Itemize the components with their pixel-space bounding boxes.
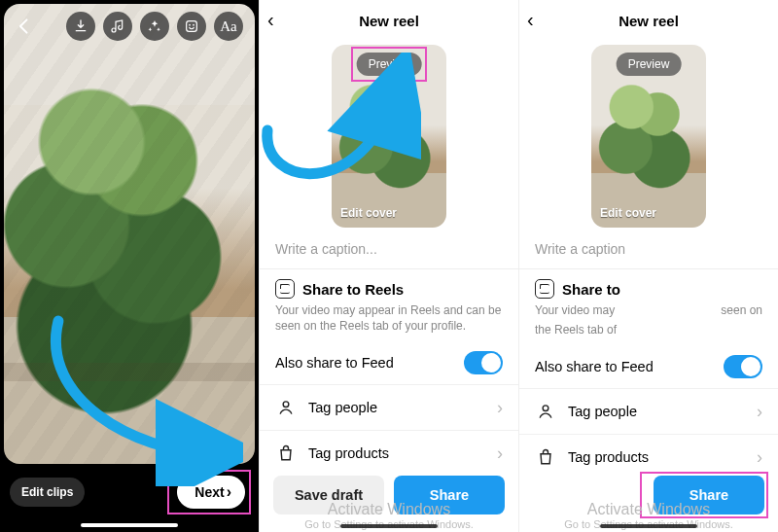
editor-top-toolbar: Aa: [10, 12, 249, 41]
shopping-bag-icon: [275, 443, 297, 464]
also-share-toggle[interactable]: [464, 351, 503, 374]
shopping-bag-icon: [535, 446, 556, 468]
share-section: Share to Your video may seen on the Reel…: [519, 269, 778, 343]
tag-people-row[interactable]: Tag people ›: [519, 388, 778, 434]
new-reel-screen-a: ‹ New reel Preview Edit cover Write a ca…: [259, 0, 518, 532]
screen-header: ‹ New reel: [260, 0, 518, 41]
chevron-right-icon: ›: [227, 483, 231, 501]
also-share-toggle[interactable]: [724, 355, 762, 378]
share-section-desc: Your video may appear in Reels and can b…: [275, 302, 503, 334]
back-icon[interactable]: [10, 12, 39, 41]
tag-products-row[interactable]: Tag products ›: [260, 430, 518, 476]
svg-point-4: [543, 406, 548, 411]
next-button[interactable]: Next ›: [177, 476, 245, 509]
preview-button[interactable]: Preview: [617, 53, 682, 76]
share-section: Share to Reels Your video may appear in …: [260, 269, 518, 339]
home-indicator: [600, 524, 697, 528]
app-stage: Aa Edit clips Next › ‹ New reel Preview …: [0, 0, 778, 532]
back-icon[interactable]: ‹: [267, 9, 274, 31]
svg-rect-0: [187, 21, 197, 32]
also-share-label: Also share to Feed: [535, 359, 654, 374]
also-share-row: Also share to Feed: [519, 343, 778, 388]
reels-icon: [275, 279, 295, 299]
share-section-desc-line2: the Reels tab of: [535, 322, 762, 337]
preview-button[interactable]: Preview: [357, 53, 422, 76]
svg-point-3: [283, 402, 289, 408]
edit-clips-button[interactable]: Edit clips: [10, 478, 85, 507]
share-section-desc: Your video may seen on: [535, 302, 762, 318]
share-section-title: Share to Reels: [302, 281, 404, 298]
home-indicator: [340, 524, 438, 528]
reel-cover-preview[interactable]: Preview Edit cover: [332, 45, 446, 228]
also-share-label: Also share to Feed: [275, 355, 394, 371]
sticker-icon[interactable]: [177, 12, 206, 41]
caption-input[interactable]: Write a caption...: [260, 231, 518, 269]
share-section-title: Share to: [562, 281, 620, 298]
back-icon[interactable]: ‹: [527, 9, 534, 31]
edit-cover-button[interactable]: Edit cover: [340, 206, 397, 220]
tag-people-label: Tag people: [568, 404, 757, 419]
next-button-label: Next: [194, 484, 224, 500]
reel-editor-screen: Aa Edit clips Next ›: [0, 0, 259, 532]
home-indicator: [81, 523, 178, 527]
chevron-right-icon: ›: [497, 398, 503, 418]
effects-icon[interactable]: [140, 12, 169, 41]
edit-cover-button[interactable]: Edit cover: [600, 206, 656, 220]
person-icon: [535, 401, 556, 422]
tag-people-row[interactable]: Tag people ›: [260, 384, 518, 430]
chevron-right-icon: ›: [757, 447, 762, 468]
caption-input[interactable]: Write a caption: [519, 231, 778, 269]
reel-cover-preview[interactable]: Preview Edit cover: [591, 45, 706, 228]
download-icon[interactable]: [66, 12, 95, 41]
chevron-right-icon: ›: [757, 402, 762, 422]
tag-people-label: Tag people: [308, 400, 497, 415]
music-icon[interactable]: [103, 12, 132, 41]
also-share-row: Also share to Feed: [260, 339, 518, 384]
page-title: New reel: [359, 13, 419, 29]
reel-preview-canvas[interactable]: [4, 4, 255, 464]
svg-point-1: [189, 24, 191, 26]
tag-products-label: Tag products: [308, 445, 497, 461]
text-icon[interactable]: Aa: [214, 12, 243, 41]
svg-point-2: [193, 24, 194, 26]
new-reel-screen-b: ‹ New reel Preview Edit cover Write a ca…: [518, 0, 778, 532]
chevron-right-icon: ›: [497, 443, 503, 464]
tag-products-label: Tag products: [568, 449, 757, 465]
person-icon: [275, 397, 297, 418]
reels-icon: [535, 279, 554, 299]
screen-header: ‹ New reel: [519, 0, 778, 41]
page-title: New reel: [619, 13, 679, 29]
